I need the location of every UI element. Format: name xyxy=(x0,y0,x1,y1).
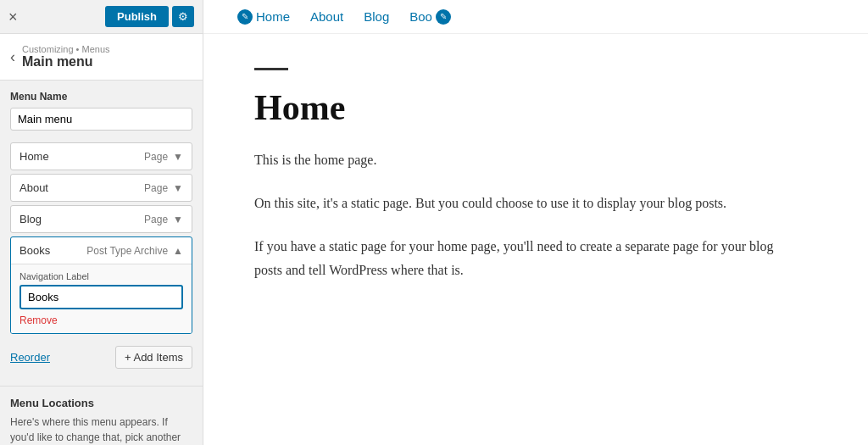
publish-group: Publish ⚙ xyxy=(105,6,194,27)
sidebar: × Publish ⚙ ‹ Customizing • Menus Main m… xyxy=(0,0,203,445)
content-title: Home xyxy=(254,87,797,128)
remove-link[interactable]: Remove xyxy=(19,314,58,326)
content-para-3: If you have a static page for your home … xyxy=(254,235,797,281)
preview-content: Home This is the home page. On this site… xyxy=(203,34,848,336)
preview-nav: ✎ Home About Blog Boo ✎ xyxy=(203,0,868,34)
menu-item-home-type: Page xyxy=(144,151,168,163)
menu-item-about-type: Page xyxy=(144,182,168,194)
menu-item-about-arrow: ▼ xyxy=(173,182,183,194)
panel-header: ‹ Customizing • Menus Main menu xyxy=(0,34,203,81)
add-items-icon: + xyxy=(125,351,131,364)
menu-item-about-right: Page ▼ xyxy=(144,182,183,194)
nav-item-blog-label: Blog xyxy=(364,9,389,24)
menu-item-home-title: Home xyxy=(19,150,49,163)
top-bar: × Publish ⚙ xyxy=(0,0,203,34)
menu-name-label: Menu Name xyxy=(10,91,192,103)
menu-locations-title: Menu Locations xyxy=(10,397,192,409)
panel-header-text: Customizing • Menus Main menu xyxy=(22,44,110,70)
menu-item-books-header[interactable]: Books Post Type Archive ▲ xyxy=(11,237,192,264)
menu-item-books-arrow: ▲ xyxy=(173,245,183,257)
add-items-label: Add Items xyxy=(133,351,183,364)
menu-item-about: About Page ▼ xyxy=(10,174,192,202)
menu-locations-desc: Here's where this menu appears. If you'd… xyxy=(10,414,192,445)
nav-item-about[interactable]: About xyxy=(310,9,343,24)
preview-pane: ✎ Home About Blog Boo ✎ Home This is the… xyxy=(203,0,868,445)
nav-item-books-label: Boo xyxy=(409,9,432,24)
content-divider xyxy=(254,68,288,70)
nav-item-blog[interactable]: Blog xyxy=(364,9,389,24)
nav-item-about-label: About xyxy=(310,9,343,24)
breadcrumb: Customizing • Menus xyxy=(22,44,110,54)
edit-pencil-books: ✎ xyxy=(436,9,451,25)
nav-item-books[interactable]: Boo ✎ xyxy=(409,9,451,25)
nav-item-home-label: Home xyxy=(256,9,290,24)
content-para-2: On this site, it's a static page. But yo… xyxy=(254,192,797,214)
menu-item-blog-arrow: ▼ xyxy=(173,214,183,225)
menu-item-blog-type: Page xyxy=(144,214,168,225)
gear-button[interactable]: ⚙ xyxy=(172,6,194,27)
menu-items-list: Home Page ▼ About Page ▼ xyxy=(10,142,192,334)
close-button[interactable]: × xyxy=(8,9,18,25)
menu-item-blog-title: Blog xyxy=(19,213,42,225)
menu-item-books-body: Navigation Label Remove xyxy=(11,264,192,333)
menu-item-books-title: Books xyxy=(19,244,50,257)
panel-title: Main menu xyxy=(22,54,110,70)
back-button[interactable]: ‹ xyxy=(10,48,15,66)
add-items-button[interactable]: + Add Items xyxy=(115,346,192,369)
menu-item-home-header[interactable]: Home Page ▼ xyxy=(11,143,192,170)
nav-label-label: Navigation Label xyxy=(19,271,183,281)
menu-locations-section: Menu Locations Here's where this menu ap… xyxy=(0,386,203,445)
nav-label-input[interactable] xyxy=(19,285,183,309)
content-para-1: This is the home page. xyxy=(254,148,797,171)
publish-button[interactable]: Publish xyxy=(105,6,169,27)
menu-item-books-right: Post Type Archive ▲ xyxy=(86,245,183,257)
menu-name-input[interactable] xyxy=(10,108,192,131)
menu-item-blog-right: Page ▼ xyxy=(144,214,183,225)
menu-item-home-right: Page ▼ xyxy=(144,151,183,163)
menu-item-about-title: About xyxy=(19,181,48,194)
menu-item-home: Home Page ▼ xyxy=(10,142,192,170)
menu-item-books-type: Post Type Archive xyxy=(86,245,168,257)
menu-item-home-arrow: ▼ xyxy=(173,151,183,163)
menu-item-about-header[interactable]: About Page ▼ xyxy=(11,175,192,201)
menu-name-section: Menu Name Home Page ▼ About Pag xyxy=(0,81,203,382)
reorder-button[interactable]: Reorder xyxy=(10,351,50,364)
menu-item-books: Books Post Type Archive ▲ Navigation Lab… xyxy=(10,236,192,334)
edit-pencil-home: ✎ xyxy=(237,9,253,25)
menu-item-blog-header[interactable]: Blog Page ▼ xyxy=(11,206,192,232)
actions-row: Reorder + Add Items xyxy=(10,342,192,372)
menu-item-blog: Blog Page ▼ xyxy=(10,205,192,233)
nav-item-home[interactable]: ✎ Home xyxy=(237,9,290,25)
